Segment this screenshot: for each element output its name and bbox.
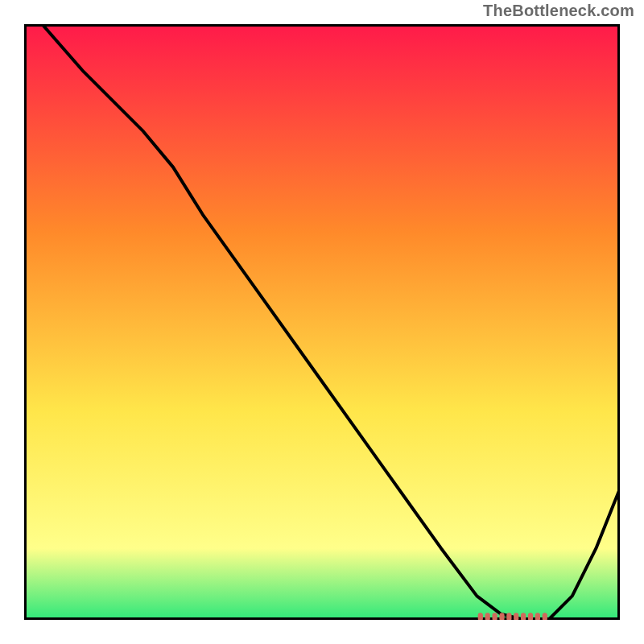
chart-container: TheBottleneck.com	[0, 0, 644, 644]
marker-dash	[499, 613, 504, 620]
marker-dash	[485, 613, 490, 620]
marker-dash	[528, 613, 533, 620]
marker-dash	[506, 613, 511, 620]
marker-dash	[535, 613, 540, 620]
marker-dash	[514, 613, 518, 620]
marker-dash	[521, 613, 526, 620]
watermark-text: TheBottleneck.com	[483, 2, 634, 20]
marker-dash	[493, 613, 497, 620]
marker-dash	[478, 613, 483, 620]
marker-dash	[543, 613, 547, 620]
gradient-background	[24, 24, 620, 620]
plot-area	[24, 24, 620, 620]
chart-svg	[24, 24, 620, 620]
